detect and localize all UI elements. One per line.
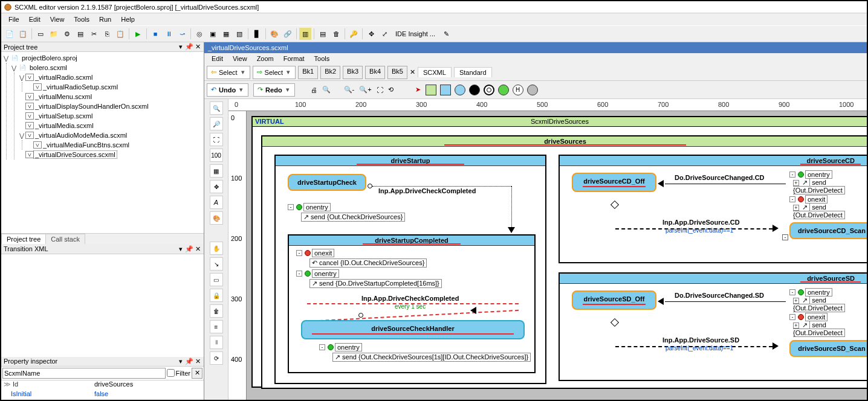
lt-delete-icon[interactable]: 🗑: [210, 304, 223, 318]
bk3-button[interactable]: Bk3: [343, 66, 363, 79]
palette-tab-scxml[interactable]: SCXML: [418, 67, 452, 77]
tb-stepover-icon[interactable]: ⤻: [176, 28, 188, 40]
tree-root[interactable]: projectBolero.sproj: [21, 54, 79, 62]
shape-circle-black[interactable]: [469, 85, 480, 95]
state-drivesourcecdoff[interactable]: driveSourceCD_Off: [572, 173, 656, 192]
tab-project-tree[interactable]: Project tree: [1, 234, 46, 244]
tree-item[interactable]: bolero.scxml: [28, 64, 68, 71]
tree-item[interactable]: _virtualMediaFuncBtns.scxml: [42, 141, 131, 149]
tab-call-stack[interactable]: Call stack: [45, 234, 85, 244]
onentry-node[interactable]: -onentry ↗ send {Out.CheckDriveSources[1…: [319, 343, 531, 362]
tb-trash-icon[interactable]: 🗑: [330, 28, 342, 40]
menu-view[interactable]: View: [45, 14, 70, 24]
tb-crosshair-icon[interactable]: ✥: [365, 28, 377, 40]
shape-circle-gray[interactable]: [527, 85, 538, 95]
tree-item[interactable]: _virtualDisplaySoundHandlerOn.scxml: [34, 103, 150, 110]
redo-button[interactable]: ↷Redo▾: [253, 83, 295, 97]
lt-group-icon[interactable]: ▭: [210, 273, 223, 286]
lt-text-icon[interactable]: A: [210, 196, 223, 209]
dropdown-icon[interactable]: ▾: [177, 245, 184, 252]
state-drivesourcecdscan[interactable]: driveSourceCD_Scan: [789, 222, 867, 239]
tb-palette-icon[interactable]: 🎨: [268, 28, 280, 40]
emenu-format[interactable]: Format: [279, 54, 309, 63]
menu-run[interactable]: Run: [94, 14, 116, 24]
cursor-icon[interactable]: ➤: [415, 86, 421, 94]
tb-key-icon[interactable]: 🔑: [348, 28, 360, 40]
tree-item-selected[interactable]: _virtualDriveSources.scxml: [34, 151, 117, 158]
tb-copy-icon[interactable]: ⎘: [101, 28, 113, 40]
tb-resize-icon[interactable]: ⤢: [378, 28, 390, 40]
print-icon[interactable]: 🖨: [311, 86, 317, 94]
undo-button[interactable]: ↶Undo▾: [207, 83, 248, 97]
tb-gear-icon[interactable]: ⚙: [61, 28, 73, 40]
shape-circle-blue[interactable]: [455, 85, 465, 95]
state-virtual[interactable]: VIRTUAL ScxmlDriveSources driveSources d…: [251, 116, 867, 388]
tb-run-icon[interactable]: ▶: [132, 28, 144, 40]
ide-insight-button[interactable]: IDE Insight ...: [392, 29, 439, 39]
lt-zoom-icon[interactable]: 🔎: [210, 117, 223, 130]
tb-wand-icon[interactable]: ✎: [440, 28, 452, 40]
tree-item[interactable]: _virtualRadio.scxml: [34, 74, 94, 81]
tb-chip-icon[interactable]: ▥: [299, 28, 311, 40]
tb-link-icon[interactable]: 🔗: [282, 28, 294, 40]
prop-key[interactable]: IsInitial: [1, 390, 92, 400]
close-icon[interactable]: ✕: [194, 245, 201, 252]
state-drivesourcesdscan[interactable]: driveSourceSD_Scan: [789, 340, 867, 357]
zoom-in-icon[interactable]: 🔍+: [359, 86, 371, 94]
onexit-node[interactable]: -onexit ↶ cancel {ID.Out.CheckDriveSourc…: [296, 249, 427, 268]
tree-toggle[interactable]: ⋁: [2, 55, 10, 62]
state-drivesourcesd[interactable]: driveSourceSD driveSourceSD_Off Do.Drive…: [559, 272, 867, 381]
menu-help[interactable]: Help: [116, 14, 140, 24]
menu-tools[interactable]: Tools: [69, 14, 94, 24]
close-icon[interactable]: ✕: [194, 43, 201, 51]
menu-edit[interactable]: Edit: [24, 14, 45, 24]
shape-square-blue[interactable]: [440, 85, 451, 95]
tb-stack2-icon[interactable]: ▤: [317, 28, 329, 40]
sd-tree[interactable]: -onentry + ↗ send {Out.DriveDetect -onex…: [789, 288, 867, 336]
prop-val[interactable]: driveSources: [92, 380, 204, 390]
tree-item[interactable]: _virtualMenu.scxml: [34, 93, 93, 100]
dropdown-icon[interactable]: ▾: [177, 358, 184, 365]
tree-item[interactable]: _virtualSetup.scxml: [34, 112, 94, 120]
lt-rotate-icon[interactable]: ⟳: [210, 351, 223, 365]
xml-body[interactable]: [1, 254, 204, 357]
tree-toggle[interactable]: ⋁: [18, 74, 25, 81]
cd-tree[interactable]: -onentry + ↗ send {Out.DriveDetect -onex…: [789, 170, 867, 219]
state-drivesourcecheckhandler[interactable]: driveSourceCheckHandler: [301, 320, 525, 339]
bk4-button[interactable]: Bk4: [365, 66, 385, 79]
tb-open-icon[interactable]: 📋: [17, 28, 29, 40]
tb-window2-icon[interactable]: ▦: [220, 28, 232, 40]
preview-icon[interactable]: 🔍: [322, 86, 331, 94]
tree-item[interactable]: _virtualRadioSetup.scxml: [42, 83, 119, 91]
emenu-zoom[interactable]: Zoom: [252, 54, 279, 63]
lt-search-icon[interactable]: 🔍: [210, 101, 223, 115]
pin-icon[interactable]: 📌: [186, 43, 193, 51]
tb-new-icon[interactable]: 📄: [4, 28, 16, 40]
filter-checkbox[interactable]: Filter: [167, 368, 190, 379]
shape-square-green[interactable]: [426, 85, 436, 95]
clear-search-button[interactable]: ✕: [192, 368, 202, 379]
zoom-reset-icon[interactable]: ⟲: [388, 86, 394, 94]
emenu-tools[interactable]: Tools: [309, 54, 335, 63]
palette-tab-standard[interactable]: Standard: [454, 67, 492, 77]
tree-toggle[interactable]: ⋁: [18, 132, 25, 139]
tb-doc-icon[interactable]: ▭: [34, 28, 47, 40]
diagram-canvas[interactable]: VIRTUAL ScxmlDriveSources driveSources d…: [247, 111, 867, 400]
onentry-node[interactable]: -onentry ↗ send {Do.DriveStartupComplete…: [296, 269, 442, 288]
menu-file[interactable]: File: [4, 14, 24, 24]
close-icon[interactable]: ✕: [194, 358, 201, 365]
emenu-view[interactable]: View: [228, 54, 252, 63]
state-drivestartupcheck[interactable]: driveStartupCheck: [288, 174, 366, 191]
lt-fit-icon[interactable]: ⛶: [210, 133, 223, 146]
tb-target-icon[interactable]: ◎: [193, 28, 206, 40]
state-drivesourcesdoff[interactable]: driveSourceSD_Off: [572, 290, 656, 310]
select-left-button[interactable]: ⇦Select▾: [207, 66, 250, 79]
pin-icon[interactable]: 📌: [186, 358, 193, 365]
bk2-button[interactable]: Bk2: [320, 66, 340, 79]
prop-val[interactable]: false: [92, 390, 204, 400]
shape-circle-h[interactable]: H: [513, 85, 523, 95]
lt-lock-icon[interactable]: 🔒: [210, 289, 223, 302]
document-tab[interactable]: _virtualDriveSources.scxml: [204, 42, 867, 53]
tb-window3-icon[interactable]: ▧: [233, 28, 245, 40]
lt-distribute-icon[interactable]: ⫴: [210, 336, 223, 349]
